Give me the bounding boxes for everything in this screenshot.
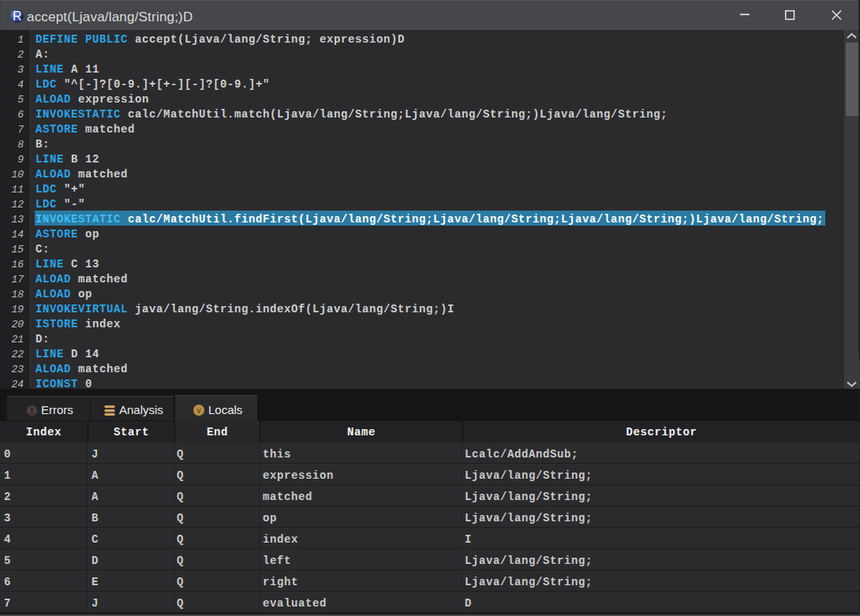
svg-text:R: R <box>13 9 22 23</box>
svg-text:v: v <box>197 406 201 415</box>
